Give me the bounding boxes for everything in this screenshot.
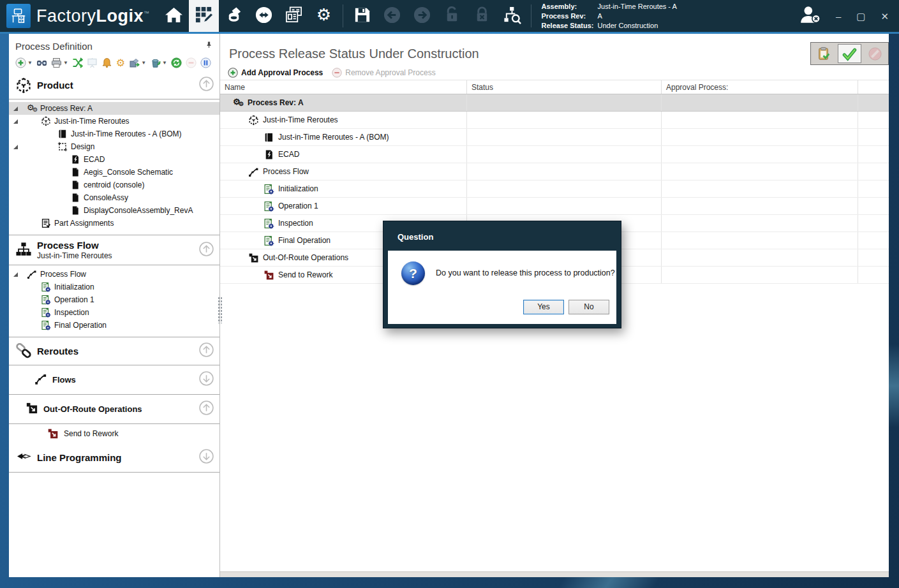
dropdown-caret-icon[interactable]: ▼ [63,60,68,66]
table-row[interactable]: Process Flow [220,163,889,180]
section-line-programming[interactable]: Line Programming [9,443,219,473]
approval-process-cell [662,215,858,232]
horizontal-scrollbar[interactable] [220,571,889,577]
tree-item[interactable]: Just-in-Time Reroutes [9,115,219,128]
section-reroutes[interactable]: Reroutes [9,337,219,365]
expander-icon[interactable] [13,107,18,111]
no-button[interactable]: No [568,300,609,314]
documents-button[interactable] [279,0,309,32]
lock-x-button[interactable] [467,0,497,32]
row-label: ECAD [278,150,299,159]
filler-cell [858,249,889,266]
bell-button[interactable] [100,57,114,69]
table-row[interactable]: ⚙⚙Process Rev: A [220,94,889,112]
go-button[interactable] [170,57,183,69]
find-button[interactable] [35,57,48,69]
tree-item[interactable]: centroid (console) [9,179,219,191]
tree-item[interactable]: ⚙⚙Process Rev: A [9,102,219,115]
expand-flows-button[interactable] [198,371,214,389]
pin-panel-button[interactable] [205,40,213,52]
tree-item[interactable]: Design [9,140,219,153]
compare-button[interactable] [71,57,84,69]
tree-item[interactable]: Initialization [9,281,219,293]
dropdown-caret-icon[interactable]: ▼ [141,60,146,66]
remove-button[interactable] [184,57,198,69]
sync-button[interactable] [249,0,279,32]
process-definition-button[interactable] [189,0,219,32]
expander-icon[interactable] [13,272,18,277]
toolbar-separator [343,4,343,27]
materials-button[interactable] [219,0,249,32]
bom-icon [264,132,274,143]
tree-item[interactable]: Inspection [9,306,219,319]
column-header[interactable]: Approval Process: [662,80,858,94]
save-button[interactable] [347,0,377,32]
expander-icon[interactable] [13,119,18,124]
minimize-button[interactable]: – [836,11,841,21]
add-approval-process-button[interactable]: Add Approval Process [228,68,323,78]
print-button[interactable]: ▼ [50,57,70,69]
tree-item-label: Initialization [54,283,94,291]
home-button[interactable] [159,0,189,32]
forward-button[interactable] [407,0,437,32]
table-row[interactable]: Initialization [220,180,889,198]
product-icon [41,116,51,126]
column-header[interactable]: Name [220,80,467,94]
section-process-flow[interactable]: Process FlowJust-in-Time Reroutes [9,235,219,265]
maximize-button[interactable]: ▢ [856,11,865,21]
row-label: Final Operation [278,236,331,245]
presentation-button[interactable] [85,57,99,69]
collapse-out-of-route-button[interactable] [198,400,214,418]
table-row[interactable]: ECAD [220,146,889,163]
tree-item[interactable]: ConsoleAssy [9,191,219,204]
add-button[interactable]: ▼ [14,57,34,69]
logout-user-button[interactable] [799,4,822,27]
section-out-of-route[interactable]: Out-Of-Route Operations [9,395,219,424]
tree-item[interactable]: Process Flow [9,268,219,281]
table-row[interactable]: Just-in-Time Reroutes [220,112,889,129]
titlebar: FactoryLogix™ ⚙ Assembly:Just-in-Time Re… [0,0,899,32]
expand-line-programming-button[interactable] [198,448,214,467]
export-button[interactable]: ▼ [128,57,147,69]
tree-item[interactable]: Operation 1 [9,293,219,306]
tree-item[interactable]: Part Assignments [9,217,219,230]
approve-button[interactable] [838,44,862,63]
remove-approval-process-button[interactable]: Remove Approval Process [332,68,435,78]
unlock-button[interactable] [437,0,467,32]
section-product[interactable]: Product [9,71,219,99]
reject-button[interactable] [863,44,887,63]
collapse-process-flow-button[interactable] [198,241,214,260]
tree-item[interactable]: DisplayConsoleAssembly_RevA [9,204,219,217]
back-button[interactable] [377,0,407,32]
tree-item[interactable]: ECAD [9,153,219,166]
section-subtitle: Just-in-Time Reroutes [37,251,198,260]
window-accent-line [0,32,899,34]
close-button[interactable]: ✕ [880,11,889,21]
process-rev-label: Process Rev: [542,11,598,21]
column-header[interactable]: Status [467,80,662,94]
tree-item[interactable]: Aegis_Console Schematic [9,166,219,179]
tree-item-label: Send to Rework [64,429,118,438]
recycle-button[interactable]: ▼ [149,57,168,69]
section-flows[interactable]: Flows [9,365,219,395]
table-row[interactable]: Just-in-Time Reroutes - A (BOM) [220,129,889,146]
gear-button[interactable]: ⚙ [115,57,126,69]
tree-item[interactable]: Just-in-Time Reroutes - A (BOM) [9,128,219,140]
tree-item[interactable]: Final Operation [9,319,219,332]
filler-cell [858,163,889,180]
process-search-button[interactable] [497,0,527,32]
splitter-handle[interactable] [218,297,223,323]
table-row[interactable]: Operation 1 [220,198,889,215]
dropdown-caret-icon[interactable]: ▼ [27,60,33,66]
row-label: Out-Of-Route Operations [263,253,348,262]
settings-gear-button[interactable]: ⚙ [309,0,339,32]
expander-icon[interactable] [13,145,18,149]
collapse-reroutes-button[interactable] [198,342,214,360]
release-notes-button[interactable] [812,44,836,63]
yes-button[interactable]: Yes [523,300,564,314]
tree-item-label: Process Rev: A [40,104,93,113]
pause-button[interactable] [199,57,212,69]
tree-item-send-to-rework[interactable]: Send to Rework [9,424,219,443]
dropdown-caret-icon[interactable]: ▼ [162,60,167,66]
collapse-product-button[interactable] [198,76,214,94]
